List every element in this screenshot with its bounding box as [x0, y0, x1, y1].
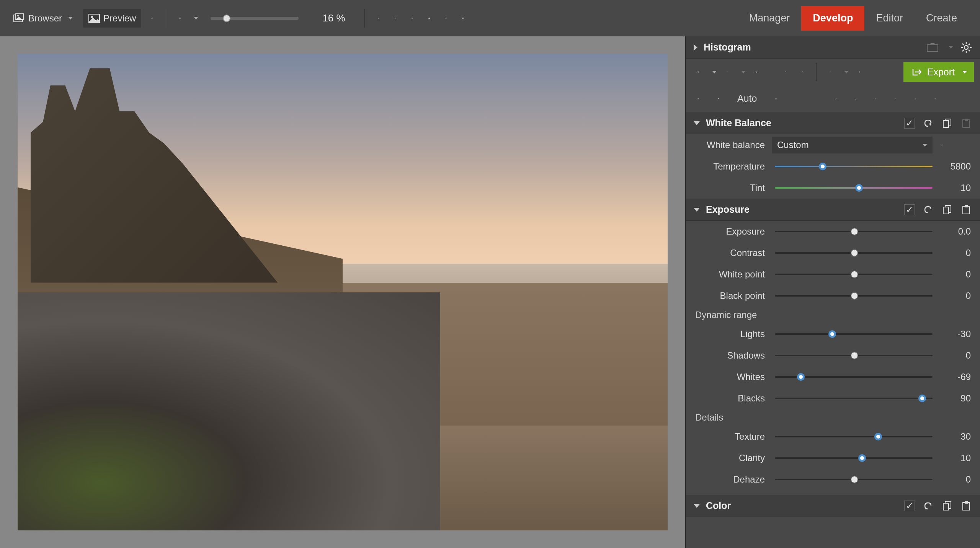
camera-icon[interactable] [770, 93, 782, 105]
gear-icon[interactable] [929, 93, 941, 105]
exposure-value[interactable]: 0.0 [936, 226, 971, 237]
chevron-down-icon[interactable] [194, 17, 198, 20]
blacks-label: Blacks [695, 393, 772, 404]
image-original-icon[interactable] [750, 66, 763, 78]
zoom-slider[interactable] [211, 17, 299, 20]
chevron-down-icon[interactable] [741, 71, 746, 73]
whites-slider[interactable] [775, 375, 933, 378]
grid-icon[interactable] [457, 12, 469, 24]
shadows-value[interactable]: 0 [936, 350, 971, 361]
white-balance-header[interactable]: White Balance ✓ [686, 112, 980, 134]
whites-value[interactable]: -69 [936, 372, 971, 382]
undo-icon[interactable] [692, 66, 704, 78]
paste-icon[interactable] [960, 500, 972, 512]
white-point-value[interactable]: 0 [936, 269, 971, 280]
tint-value[interactable]: 10 [936, 183, 971, 193]
gear-icon[interactable] [960, 41, 972, 54]
split-view-icon[interactable] [406, 12, 418, 24]
overexposure-icon[interactable] [440, 12, 452, 24]
zoom-thumb[interactable] [223, 15, 230, 22]
module-tabs: Manager Develop Editor Create [738, 0, 969, 36]
adjustments-icon[interactable] [692, 93, 704, 105]
black-point-slider[interactable] [775, 294, 933, 297]
exposure-label: Exposure [695, 226, 772, 237]
flash-icon[interactable] [174, 12, 186, 24]
lock-icon[interactable] [423, 12, 435, 24]
texture-slider[interactable] [775, 435, 933, 438]
text-icon[interactable]: T [830, 93, 842, 105]
preview-button[interactable]: Preview [83, 9, 141, 28]
redo-icon[interactable] [721, 66, 733, 78]
enable-checkbox[interactable]: ✓ [904, 501, 915, 511]
clarity-slider[interactable] [775, 457, 933, 460]
chevron-down-icon[interactable] [949, 46, 953, 49]
exposure-slider[interactable] [775, 230, 933, 233]
temperature-row: Temperature 5800 [686, 156, 980, 177]
tab-develop[interactable]: Develop [801, 6, 864, 31]
chevron-down-icon[interactable] [844, 71, 849, 73]
gradient-icon[interactable] [889, 93, 902, 105]
crop-icon[interactable] [790, 93, 802, 105]
rotate-left-icon[interactable] [779, 66, 792, 78]
copy-icon[interactable] [941, 204, 953, 216]
radial-icon[interactable] [849, 93, 862, 105]
curves-icon[interactable] [810, 93, 822, 105]
auto-button[interactable]: Auto [732, 90, 762, 108]
contrast-slider[interactable] [775, 251, 933, 254]
chevron-down-icon[interactable] [712, 71, 717, 73]
fit-screen-icon[interactable] [389, 12, 402, 24]
temperature-value[interactable]: 5800 [936, 161, 971, 172]
dehaze-slider[interactable] [775, 478, 933, 481]
dehaze-value[interactable]: 0 [936, 474, 971, 485]
sliders-icon[interactable] [853, 66, 866, 78]
svg-point-4 [91, 16, 93, 18]
white-point-label: White point [695, 269, 772, 280]
ratio-1-1-icon[interactable]: 1:1 [372, 12, 385, 24]
magic-wand-icon[interactable] [712, 93, 724, 105]
save-icon[interactable] [824, 66, 836, 78]
enable-checkbox[interactable]: ✓ [904, 118, 915, 129]
exposure-title: Exposure [706, 204, 898, 215]
reset-icon[interactable] [922, 500, 934, 512]
paste-icon[interactable] [960, 117, 972, 129]
eraser-icon[interactable] [909, 93, 921, 105]
white-point-slider[interactable] [775, 273, 933, 276]
enable-checkbox[interactable]: ✓ [904, 204, 915, 215]
svg-rect-66 [965, 205, 968, 207]
texture-value[interactable]: 30 [936, 431, 971, 442]
color-header[interactable]: Color ✓ [686, 495, 980, 517]
tab-manager[interactable]: Manager [738, 6, 802, 31]
contrast-value[interactable]: 0 [936, 248, 971, 258]
svg-rect-41 [698, 98, 698, 98]
tint-slider[interactable] [775, 186, 933, 189]
export-button[interactable]: Export [903, 62, 974, 82]
camera-small-icon[interactable] [926, 41, 939, 54]
histogram-header[interactable]: Histogram [686, 36, 980, 59]
shadows-slider[interactable] [775, 354, 933, 357]
black-point-value[interactable]: 0 [936, 290, 971, 301]
svg-text:T: T [836, 98, 836, 99]
wb-select[interactable]: Custom [772, 137, 933, 153]
browser-button[interactable]: Browser [8, 9, 78, 28]
svg-point-20 [964, 46, 968, 49]
blacks-value[interactable]: 90 [936, 393, 971, 404]
copy-icon[interactable] [941, 500, 953, 512]
svg-rect-69 [965, 501, 968, 504]
blacks-slider[interactable] [775, 397, 933, 400]
lights-value[interactable]: -30 [936, 329, 971, 339]
copy-icon[interactable] [941, 117, 953, 129]
paste-icon[interactable] [960, 204, 972, 216]
tab-create[interactable]: Create [915, 6, 969, 31]
reset-icon[interactable] [922, 117, 934, 129]
exposure-header[interactable]: Exposure ✓ [686, 199, 980, 221]
tab-editor[interactable]: Editor [864, 6, 915, 31]
image-viewer[interactable] [0, 36, 685, 548]
brush-icon[interactable] [869, 93, 882, 105]
temperature-slider[interactable] [775, 165, 933, 168]
lights-slider[interactable] [775, 333, 933, 336]
clarity-value[interactable]: 10 [936, 453, 971, 463]
rotate-right-icon[interactable] [796, 66, 808, 78]
external-icon[interactable] [146, 12, 158, 24]
eyedropper-icon[interactable] [936, 139, 949, 151]
reset-icon[interactable] [922, 204, 934, 216]
